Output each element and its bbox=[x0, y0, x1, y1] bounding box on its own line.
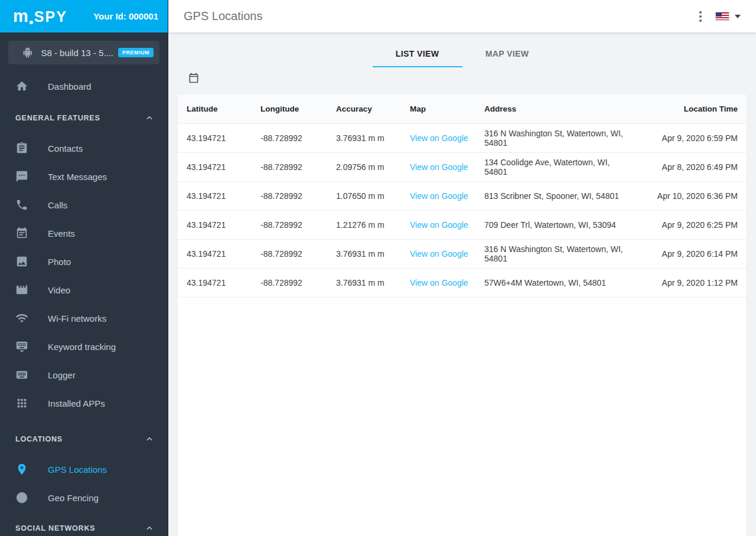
accuracy-cell: 3.76931 m m bbox=[336, 249, 410, 259]
column-header-location-time: Location Time bbox=[625, 104, 738, 113]
location-time-cell: Apr 10, 2020 6:36 PM bbox=[625, 191, 738, 201]
topbar-actions bbox=[696, 9, 741, 24]
section-title: GENERAL FEATURES bbox=[15, 114, 100, 122]
section-header-general-features[interactable]: GENERAL FEATURES bbox=[0, 96, 168, 126]
keyboard-tracking-icon bbox=[15, 340, 28, 353]
sidebar-item-label: Video bbox=[48, 285, 70, 295]
section-header-locations[interactable]: LOCATIONS bbox=[0, 417, 168, 447]
device-selector[interactable]: S8 - build 13 - 5.... PREMIUM bbox=[8, 41, 159, 64]
chevron-up-icon bbox=[145, 524, 154, 532]
sidebar-item-installed-apps[interactable]: Installed APPs bbox=[0, 389, 168, 417]
tab-list-view[interactable]: LIST VIEW bbox=[373, 42, 462, 67]
sidebar-item-video[interactable]: Video bbox=[0, 276, 168, 304]
sidebar-item-label: Logger bbox=[48, 370, 76, 380]
table-row: 43.194721 -88.728992 3.76931 m m View on… bbox=[178, 124, 747, 153]
sidebar-item-geo-fencing[interactable]: Geo Fencing bbox=[0, 483, 168, 512]
map-pin-icon bbox=[15, 463, 28, 476]
table-header-row: Latitude Longitude Accuracy Map Address … bbox=[178, 94, 747, 124]
latitude-cell: 43.194721 bbox=[187, 191, 260, 201]
chat-icon bbox=[15, 170, 28, 183]
sidebar-item-label: Text Messages bbox=[48, 172, 107, 182]
device-name: S8 - build 13 - 5.... bbox=[41, 48, 113, 58]
video-icon bbox=[15, 283, 28, 296]
sidebar-item-label: Contacts bbox=[48, 143, 83, 153]
table-row: 43.194721 -88.728992 3.76931 m m View on… bbox=[178, 269, 747, 298]
sidebar-item-photo[interactable]: Photo bbox=[0, 247, 168, 276]
table-row: 43.194721 -88.728992 3.76931 m m View on… bbox=[178, 240, 747, 269]
sidebar-item-dashboard[interactable]: Dashboard bbox=[0, 76, 168, 96]
section-title: SOCIAL NETWORKS bbox=[15, 524, 95, 532]
content-area: LIST VIEW MAP VIEW Latitude Longitude Ac… bbox=[168, 32, 756, 536]
general-features-group: Contacts Text Messages Calls Events Phot… bbox=[0, 126, 168, 417]
contacts-icon bbox=[15, 142, 28, 155]
keyboard-icon bbox=[15, 368, 28, 381]
sidebar-item-label: Geo Fencing bbox=[48, 493, 99, 503]
latitude-cell: 43.194721 bbox=[187, 133, 260, 143]
logo-dot-icon bbox=[30, 21, 33, 24]
tab-map-view[interactable]: MAP VIEW bbox=[462, 42, 552, 67]
page-title: GPS Locations bbox=[184, 9, 262, 23]
app-window: m SPY Your Id: 000001 S8 - build 13 - 5.… bbox=[0, 0, 756, 536]
view-on-google-link[interactable]: View on Google bbox=[410, 278, 468, 287]
sidebar-item-label: Dashboard bbox=[48, 81, 91, 91]
accuracy-cell: 3.76931 m m bbox=[336, 133, 410, 143]
wifi-icon bbox=[15, 312, 28, 325]
location-time-cell: Apr 9, 2020 6:14 PM bbox=[625, 249, 738, 259]
calendar-note-icon bbox=[15, 227, 28, 240]
longitude-cell: -88.728992 bbox=[260, 133, 336, 143]
view-on-google-link[interactable]: View on Google bbox=[410, 191, 468, 201]
address-cell: 316 N Washington St, Watertown, WI, 5480… bbox=[484, 244, 625, 263]
longitude-cell: -88.728992 bbox=[260, 249, 336, 259]
view-on-google-link[interactable]: View on Google bbox=[410, 133, 468, 143]
logo-rest: SPY bbox=[34, 8, 67, 25]
view-on-google-link[interactable]: View on Google bbox=[410, 249, 468, 259]
accuracy-cell: 1.21276 m m bbox=[336, 220, 410, 230]
chevron-up-icon bbox=[145, 435, 154, 443]
language-selector[interactable] bbox=[716, 12, 741, 20]
photo-icon bbox=[15, 255, 28, 268]
view-tabs: LIST VIEW MAP VIEW bbox=[178, 42, 747, 67]
kebab-menu-icon[interactable] bbox=[696, 9, 705, 24]
sidebar-item-calls[interactable]: Calls bbox=[0, 191, 168, 219]
sidebar-header: m SPY Your Id: 000001 bbox=[0, 0, 168, 32]
android-icon bbox=[22, 47, 32, 58]
sidebar-item-label: Wi-Fi networks bbox=[48, 313, 106, 323]
sidebar-item-wifi-networks[interactable]: Wi-Fi networks bbox=[0, 304, 168, 332]
address-cell: 316 N Washington St, Watertown, WI, 5480… bbox=[484, 129, 625, 148]
section-header-social-networks[interactable]: SOCIAL NETWORKS bbox=[0, 512, 168, 536]
table-row: 43.194721 -88.728992 1.21276 m m View on… bbox=[178, 211, 747, 240]
logo-m: m bbox=[13, 6, 29, 26]
sidebar-item-label: GPS Locations bbox=[48, 465, 107, 475]
sidebar-item-events[interactable]: Events bbox=[0, 219, 168, 247]
user-id-label: Your Id: 000001 bbox=[93, 11, 158, 21]
gps-locations-table: Latitude Longitude Accuracy Map Address … bbox=[178, 94, 747, 536]
sidebar-item-label: Calls bbox=[48, 200, 67, 210]
column-header-latitude: Latitude bbox=[187, 104, 260, 113]
phone-icon bbox=[15, 198, 28, 211]
sidebar-item-gps-locations[interactable]: GPS Locations bbox=[0, 455, 168, 483]
sidebar-item-contacts[interactable]: Contacts bbox=[0, 134, 168, 162]
longitude-cell: -88.728992 bbox=[260, 220, 336, 230]
mspy-logo[interactable]: m SPY bbox=[13, 6, 67, 26]
latitude-cell: 43.194721 bbox=[187, 220, 260, 230]
column-header-accuracy: Accuracy bbox=[336, 104, 410, 113]
sidebar: m SPY Your Id: 000001 S8 - build 13 - 5.… bbox=[0, 0, 168, 536]
apps-grid-icon bbox=[15, 397, 28, 410]
address-cell: 57W6+4M Watertown, WI, 54801 bbox=[484, 278, 625, 287]
view-on-google-link[interactable]: View on Google bbox=[410, 220, 468, 230]
geofence-icon bbox=[15, 491, 28, 504]
sidebar-item-logger[interactable]: Logger bbox=[0, 361, 168, 389]
sidebar-item-text-messages[interactable]: Text Messages bbox=[0, 162, 168, 191]
accuracy-cell: 2.09756 m m bbox=[336, 162, 410, 172]
accuracy-cell: 3.76931 m m bbox=[336, 278, 410, 287]
view-on-google-link[interactable]: View on Google bbox=[410, 162, 468, 172]
latitude-cell: 43.194721 bbox=[187, 249, 260, 259]
premium-badge: PREMIUM bbox=[118, 48, 154, 57]
us-flag-icon bbox=[716, 12, 729, 20]
address-cell: 134 Coolidge Ave, Watertown, WI, 54801 bbox=[484, 158, 625, 177]
column-header-address: Address bbox=[484, 104, 625, 113]
date-filter-button[interactable] bbox=[187, 71, 201, 85]
latitude-cell: 43.194721 bbox=[187, 278, 260, 287]
locations-group: GPS Locations Geo Fencing bbox=[0, 447, 168, 512]
sidebar-item-keyword-tracking[interactable]: Keyword tracking bbox=[0, 332, 168, 361]
